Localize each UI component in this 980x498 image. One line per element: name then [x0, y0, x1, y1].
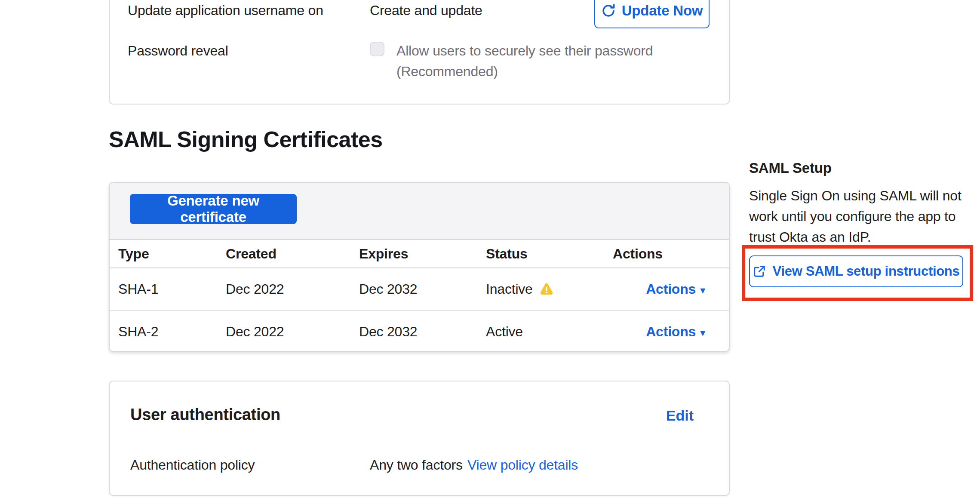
column-header-actions: Actions — [604, 240, 729, 268]
password-reveal-label: Password reveal — [128, 41, 228, 60]
warning-icon — [539, 282, 554, 297]
column-header-created: Created — [217, 240, 350, 268]
column-header-expires: Expires — [350, 240, 477, 268]
certificates-toolbar: Generate new certificate — [110, 183, 729, 240]
username-update-label: Update application username on — [128, 1, 323, 20]
edit-link[interactable]: Edit — [666, 407, 694, 424]
authentication-policy-label: Authentication policy — [130, 455, 255, 474]
cert-type: SHA-2 — [110, 310, 217, 352]
generate-new-certificate-button[interactable]: Generate new certificate — [130, 194, 297, 224]
cert-created: Dec 2022 — [217, 268, 350, 310]
update-now-button[interactable]: Update Now — [594, 0, 710, 28]
annotation-highlight-box: View SAML setup instructions — [742, 245, 973, 301]
view-policy-details-link[interactable]: View policy details — [467, 455, 578, 474]
external-link-icon — [753, 265, 766, 278]
actions-dropdown-label: Actions — [646, 324, 696, 339]
password-reveal-description-line1: Allow users to securely see their passwo… — [396, 41, 653, 60]
cert-type: SHA-1 — [110, 268, 217, 310]
view-saml-setup-instructions-button[interactable]: View SAML setup instructions — [749, 255, 963, 287]
update-now-label: Update Now — [622, 3, 703, 19]
column-header-status: Status — [477, 240, 604, 268]
certificates-table: Type Created Expires Status Actions SHA-… — [110, 240, 729, 352]
chevron-down-icon: ▾ — [700, 327, 705, 338]
sign-on-settings-card: Update application username on Create an… — [109, 0, 730, 105]
actions-dropdown[interactable]: Actions▾ — [646, 281, 705, 297]
saml-signing-certificates-heading: SAML Signing Certificates — [109, 126, 383, 153]
cert-created: Dec 2022 — [217, 310, 350, 352]
okta-saml-settings-page: Update application username on Create an… — [0, 0, 980, 498]
actions-dropdown-label: Actions — [646, 281, 696, 297]
user-authentication-card: User authentication Edit Authentication … — [109, 381, 730, 496]
cert-status: Inactive — [486, 281, 533, 297]
cert-status: Active — [477, 310, 604, 352]
authentication-policy-value: Any two factors — [370, 455, 463, 474]
user-authentication-heading: User authentication — [130, 406, 280, 424]
column-header-type: Type — [110, 240, 217, 268]
username-update-value: Create and update — [370, 1, 482, 20]
password-reveal-checkbox[interactable] — [370, 42, 384, 56]
chevron-down-icon: ▾ — [700, 284, 705, 296]
actions-dropdown[interactable]: Actions▾ — [646, 324, 705, 339]
refresh-icon — [601, 3, 616, 18]
table-header-row: Type Created Expires Status Actions — [110, 240, 729, 268]
saml-setup-description: Single Sign On using SAML will not work … — [749, 185, 980, 247]
saml-setup-heading: SAML Setup — [749, 160, 832, 176]
password-reveal-description-line2: (Recommended) — [396, 62, 498, 81]
view-saml-setup-instructions-label: View SAML setup instructions — [773, 264, 960, 279]
table-row: SHA-2 Dec 2022 Dec 2032 Active Actions▾ — [110, 310, 729, 352]
certificates-panel: Generate new certificate Type Created Ex… — [109, 182, 730, 352]
table-row: SHA-1 Dec 2022 Dec 2032 Inactive — [110, 268, 729, 310]
cert-expires: Dec 2032 — [350, 268, 477, 310]
cert-expires: Dec 2032 — [350, 310, 477, 352]
